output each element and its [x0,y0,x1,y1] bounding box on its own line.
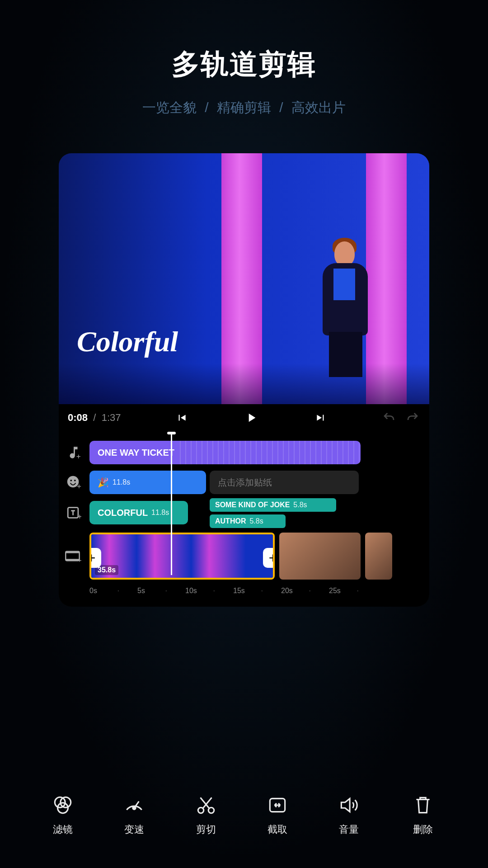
filter-icon [52,794,74,816]
hero-subtitle: 一览全貌 / 精确剪辑 / 高效出片 [59,99,429,117]
text-clip-sub1[interactable]: SOME KIND OF JOKE 5.8s [210,498,336,512]
ruler-tick: 10s [185,587,233,600]
add-text-icon[interactable]: + [64,503,83,522]
svg-text:+: + [78,512,82,520]
current-time: 0:08 [68,412,88,423]
svg-text:+: + [76,452,81,460]
total-time: 1:37 [102,412,121,423]
text-clip-main-duration: 11.8s [151,509,169,517]
speed-button[interactable]: 变速 [123,794,145,836]
time-ruler[interactable]: 0s 5s 10s 15s 20s 25s [89,587,429,600]
bottom-toolbar: 滤镜 变速 剪切 截取 音量 删除 [0,794,488,836]
filter-label: 滤镜 [53,823,73,836]
add-clip-after-button[interactable]: + [263,548,275,568]
prev-button[interactable] [174,410,189,425]
text-clip-sub2-label: AUTHOR [215,517,246,525]
svg-point-3 [74,480,76,481]
cut-button[interactable]: 剪切 [195,794,217,836]
text-clip-sub1-label: SOME KIND OF JOKE [215,501,290,509]
transport-bar: 0:08 / 1:37 [59,404,429,431]
editor-card: Colorful 0:08 / 1:37 [59,153,429,607]
hero-subtitle-3: 高效出片 [291,100,346,115]
svg-point-2 [70,480,72,481]
text-clip-sub2[interactable]: AUTHOR 5.8s [210,514,286,528]
sticker-placeholder-label: 点击添加贴纸 [218,476,272,489]
trash-icon [412,794,434,816]
sticker-duration: 11.8s [113,478,130,486]
video-clip-selected[interactable]: + + 35.8s [89,533,275,580]
music-clip[interactable]: ONE WAY TICKET [89,441,361,464]
scissors-icon [195,794,217,816]
ruler-tick: 0s [89,587,137,600]
crop-button[interactable]: 截取 [266,794,289,836]
text-clip-sub1-duration: 5.8s [293,501,307,509]
hero-subtitle-1: 一览全貌 [142,100,197,115]
add-clip-before-button[interactable]: + [89,548,101,568]
svg-text:+: + [77,482,81,490]
video-preview[interactable]: Colorful [59,153,429,404]
undo-button[interactable] [381,410,397,425]
speed-label: 变速 [124,823,144,836]
text-clip-sub2-duration: 5.8s [249,517,263,525]
hero-subtitle-2: 精确剪辑 [217,100,271,115]
hero-title: 多轨道剪辑 [59,45,429,83]
playhead[interactable] [171,434,172,575]
text-clip-main[interactable]: COLORFUL 11.8s [89,501,188,524]
cut-label: 剪切 [196,823,216,836]
redo-button[interactable] [405,410,420,425]
ruler-tick: 15s [233,587,281,600]
timeline[interactable]: + ONE WAY TICKET + 🎉 11.8s [59,431,429,607]
volume-icon [338,794,360,816]
sticker-emoji: 🎉 [98,477,109,488]
crop-icon [266,794,289,816]
ruler-tick: 25s [329,587,377,600]
video-clip-2[interactable] [279,533,361,580]
next-button[interactable] [313,410,328,425]
svg-text:+: + [78,556,82,563]
crop-label: 截取 [267,823,287,836]
add-video-icon[interactable]: + [64,547,83,566]
delete-label: 删除 [413,823,433,836]
volume-label: 音量 [339,823,359,836]
volume-button[interactable]: 音量 [338,794,360,836]
ruler-tick: 5s [137,587,185,600]
ruler-tick: 20s [281,587,329,600]
add-sticker-icon[interactable]: + [64,473,83,492]
add-music-icon[interactable]: + [64,443,83,462]
sticker-placeholder[interactable]: 点击添加贴纸 [210,471,359,494]
sticker-clip[interactable]: 🎉 11.8s [89,471,206,494]
video-clip-3[interactable] [365,533,392,580]
preview-text-overlay: Colorful [77,325,178,359]
delete-button[interactable]: 删除 [409,794,436,836]
play-button[interactable] [244,410,259,425]
text-clip-main-label: COLORFUL [98,508,148,518]
filter-button[interactable]: 滤镜 [52,794,74,836]
svg-rect-8 [66,552,79,553]
separator: / [275,100,287,115]
time-display: 0:08 / 1:37 [68,412,121,424]
separator: / [200,100,213,115]
music-clip-label: ONE WAY TICKET [98,448,174,458]
speed-icon [123,794,145,816]
